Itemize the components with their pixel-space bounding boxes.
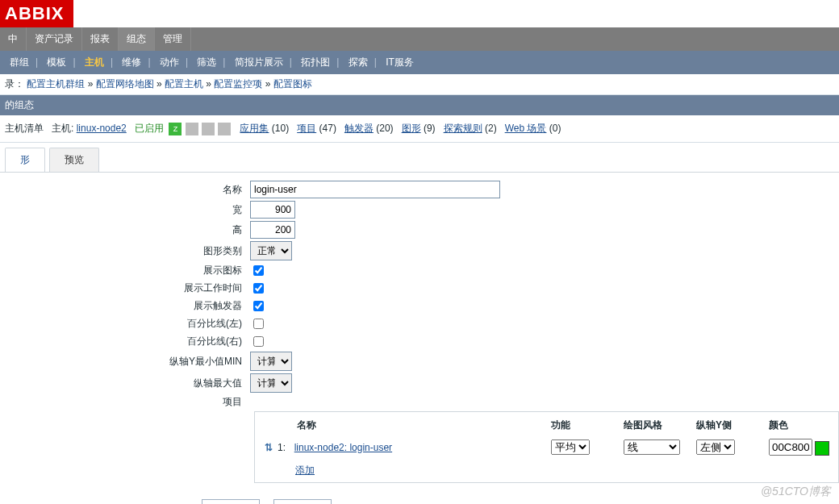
ymax-select[interactable]: 计算的 bbox=[250, 373, 292, 393]
label-showtriggers: 展示触发器 bbox=[0, 299, 250, 313]
breadcrumb-link[interactable]: 配置监控项 bbox=[214, 78, 262, 90]
top-nav-item[interactable]: 报表 bbox=[82, 27, 119, 51]
items-header-drawtype: 绘图风格 bbox=[624, 419, 696, 432]
name-input[interactable] bbox=[250, 181, 500, 198]
zbx-icon: Z bbox=[169, 123, 182, 135]
top-nav-item[interactable]: 管理 bbox=[155, 27, 191, 51]
ipmi-icon bbox=[218, 123, 231, 135]
sub-nav-item[interactable]: IT服务 bbox=[381, 56, 419, 68]
sub-nav-item[interactable]: 简报片展示 bbox=[230, 56, 288, 68]
tab-preview[interactable]: 预览 bbox=[49, 148, 99, 172]
width-input[interactable] bbox=[250, 201, 295, 219]
sub-nav-item[interactable]: 探索 bbox=[344, 56, 373, 68]
add-button[interactable]: 添加 bbox=[202, 499, 260, 504]
breadcrumb-link[interactable]: 配置网络地图 bbox=[96, 78, 154, 90]
watermark: @51CTO博客 bbox=[761, 485, 831, 499]
workperiod-checkbox[interactable] bbox=[253, 283, 264, 294]
color-swatch[interactable] bbox=[815, 441, 829, 456]
label-name: 名称 bbox=[0, 183, 250, 197]
items-link[interactable]: 项目 bbox=[297, 123, 316, 134]
items-header-color: 颜色 bbox=[769, 419, 833, 432]
breadcrumb-link[interactable]: 配置图标 bbox=[273, 78, 312, 90]
sub-nav-item[interactable]: 拓扑图 bbox=[296, 56, 335, 68]
apps-count: (10) bbox=[272, 123, 289, 134]
drag-handle-icon[interactable]: ⇅ bbox=[260, 442, 278, 453]
jmx-icon bbox=[202, 123, 215, 135]
top-nav-item-active[interactable]: 组态 bbox=[119, 27, 155, 51]
section-title: 的组态 bbox=[0, 95, 839, 115]
items-table: 名称 功能 绘图风格 纵轴Y侧 颜色 ⇅ 1: linux-node2: log… bbox=[254, 411, 839, 483]
cancel-button[interactable]: 取消 bbox=[273, 499, 332, 504]
item-index: 1: bbox=[278, 442, 286, 453]
label-graphtype: 图形类别 bbox=[0, 244, 250, 258]
graph-form: 名称 宽 高 图形类别 正常 展示图标 展示工作时间 展示触发器 百分比线(左)… bbox=[0, 181, 839, 504]
pleft-checkbox[interactable] bbox=[253, 319, 264, 329]
sub-nav-item-active[interactable]: 主机 bbox=[80, 56, 109, 68]
form-tabs: 形 预览 bbox=[0, 143, 839, 173]
items-row: ⇅ 1: linux-node2: login-user 平均 线 左侧 bbox=[258, 435, 835, 459]
breadcrumb-link[interactable]: 配置主机群组 bbox=[27, 78, 85, 90]
web-count: (0) bbox=[549, 123, 561, 134]
item-name-link[interactable]: linux-node2: login-user bbox=[294, 442, 392, 453]
sub-nav: 群组| 模板| 主机| 维修| 动作| 筛选| 简报片展示| 拓扑图| 探索| … bbox=[0, 51, 839, 74]
discovery-count: (2) bbox=[485, 123, 497, 134]
items-count: (47) bbox=[319, 123, 336, 134]
showlegend-checkbox[interactable] bbox=[253, 265, 264, 276]
graphtype-select[interactable]: 正常 bbox=[250, 241, 292, 260]
apps-link[interactable]: 应用集 bbox=[240, 123, 269, 134]
label-height: 高 bbox=[0, 223, 250, 237]
item-func-select[interactable]: 平均 bbox=[551, 439, 590, 455]
item-yaxis-select[interactable]: 左侧 bbox=[696, 439, 735, 455]
logo: ABBIX bbox=[0, 0, 73, 27]
sub-nav-item[interactable]: 模板 bbox=[42, 56, 71, 68]
ymin-select[interactable]: 计算的 bbox=[250, 352, 292, 371]
web-link[interactable]: Web 场景 bbox=[505, 123, 547, 134]
top-nav-item[interactable]: 资产记录 bbox=[27, 27, 82, 51]
items-header-func: 功能 bbox=[551, 419, 624, 432]
tab-graph[interactable]: 形 bbox=[5, 148, 45, 172]
triggers-count: (20) bbox=[376, 123, 393, 134]
host-enabled: 已启用 bbox=[135, 123, 164, 134]
add-item-link[interactable]: 添加 bbox=[258, 459, 315, 479]
label-pright: 百分比线(右) bbox=[0, 335, 250, 348]
label-showlegend: 展示图标 bbox=[0, 264, 250, 277]
graphs-count: (9) bbox=[424, 123, 436, 134]
discovery-link[interactable]: 探索规则 bbox=[444, 123, 482, 134]
triggers-link[interactable]: 触发器 bbox=[344, 123, 374, 134]
label-width: 宽 bbox=[0, 203, 250, 217]
sub-nav-item[interactable]: 群组 bbox=[5, 56, 34, 68]
label-ymax: 纵轴最大值 bbox=[0, 377, 250, 390]
showtriggers-checkbox[interactable] bbox=[253, 301, 264, 311]
snmp-icon bbox=[186, 123, 198, 135]
host-line: 主机清单 主机: linux-node2 已启用 Z 应用集 (10) 项目 (… bbox=[0, 115, 839, 143]
item-drawtype-select[interactable]: 线 bbox=[624, 439, 680, 455]
host-list-label: 主机清单 bbox=[5, 123, 44, 134]
host-status-icons: Z bbox=[169, 123, 232, 135]
graphs-link[interactable]: 图形 bbox=[402, 123, 421, 134]
top-nav-item[interactable]: 中 bbox=[0, 27, 27, 51]
sub-nav-item[interactable]: 动作 bbox=[155, 56, 184, 68]
breadcrumb-link[interactable]: 配置主机 bbox=[165, 78, 203, 90]
label-workperiod: 展示工作时间 bbox=[0, 281, 250, 295]
pright-checkbox[interactable] bbox=[253, 336, 264, 347]
host-label: 主机: bbox=[52, 123, 73, 134]
top-nav: 中 资产记录 报表 组态 管理 bbox=[0, 27, 839, 51]
items-header-name: 名称 bbox=[260, 419, 551, 432]
sub-nav-item[interactable]: 维修 bbox=[117, 56, 146, 68]
items-header-yaxis: 纵轴Y侧 bbox=[696, 419, 769, 432]
item-color-input[interactable] bbox=[769, 439, 812, 456]
height-input[interactable] bbox=[250, 221, 295, 239]
label-items: 项目 bbox=[0, 395, 250, 409]
host-name-link[interactable]: linux-node2 bbox=[77, 123, 127, 134]
label-pleft: 百分比线(左) bbox=[0, 317, 250, 331]
breadcrumb: 录： 配置主机群组 » 配置网络地图 » 配置主机 » 配置监控项 » 配置图标 bbox=[0, 74, 839, 95]
sub-nav-item[interactable]: 筛选 bbox=[192, 56, 221, 68]
breadcrumb-prefix: 录： bbox=[5, 78, 24, 90]
label-ymin: 纵轴Y最小值MIN bbox=[0, 355, 250, 369]
